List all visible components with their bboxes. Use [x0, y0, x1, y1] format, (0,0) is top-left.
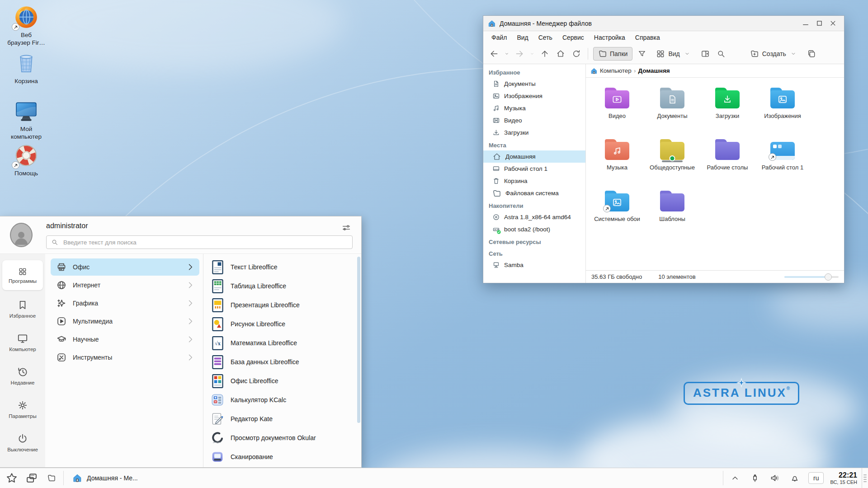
sidebar-item-video[interactable]: Видео [483, 114, 585, 127]
folder-tile[interactable]: Рабочий стол 1 [755, 136, 810, 187]
breadcrumb-current[interactable]: Домашняя [638, 67, 670, 74]
category-item-globe[interactable]: Интернет [51, 277, 199, 294]
close-button[interactable] [826, 18, 840, 29]
sidebar-item-folder[interactable]: Файловая система [483, 187, 585, 199]
menu-сервис[interactable]: Сервис [558, 33, 589, 42]
folder-icon [492, 189, 501, 198]
rail-item-bookmark[interactable]: Избранное [2, 294, 43, 324]
app-item-okular[interactable]: Просмотр документов Okular [211, 428, 355, 447]
app-item-kate[interactable]: Редактор Kate [211, 409, 355, 428]
app-item-lo-math[interactable]: √xМатематика Libreoffice [211, 333, 355, 352]
split-view-button[interactable] [699, 47, 712, 60]
keyboard-layout[interactable]: ru [808, 472, 824, 484]
refresh-button[interactable] [570, 47, 583, 60]
titlebar[interactable]: Домашняя - Менеджер файлов [483, 16, 844, 31]
clone-window-button[interactable] [805, 47, 818, 60]
search-button[interactable] [715, 47, 727, 60]
sidebar-item-trash[interactable]: Корзина [483, 175, 585, 187]
folders-panel-toggle[interactable]: Папки [593, 47, 632, 61]
zoom-slider-knob[interactable] [825, 273, 832, 281]
app-item-lo-calc[interactable]: Таблица Libreoffice [211, 277, 355, 296]
tray-expander-icon[interactable] [725, 469, 745, 487]
folder-tile[interactable]: Загрузки [700, 84, 755, 136]
category-item-printer[interactable]: Офис [51, 258, 199, 276]
view-mode-button[interactable]: Вид [651, 47, 695, 60]
app-item-kcalc[interactable]: Калькулятор KCalc [211, 390, 355, 409]
sidebar-item-download[interactable]: Загрузки [483, 127, 585, 139]
volume-tray-icon[interactable] [765, 469, 785, 487]
category-item-playsq[interactable]: Мультимедиа [51, 313, 199, 330]
desktop-icon-help[interactable]: Помощь [5, 143, 48, 178]
menu-настройка[interactable]: Настройка [590, 33, 630, 42]
folder-tile[interactable]: Рабочие столы [700, 136, 755, 187]
folder-tile[interactable]: Музыка [590, 136, 645, 187]
breadcrumb-root[interactable]: Компьютер [600, 67, 632, 74]
rail-item-gear[interactable]: Параметры [2, 394, 43, 424]
breadcrumb[interactable]: Компьютер › Домашняя [586, 64, 844, 78]
folder-tile[interactable]: Системные обои [590, 187, 645, 239]
menu-справка[interactable]: Справка [631, 33, 665, 42]
folder-tile[interactable]: Изображения [755, 84, 810, 136]
forward-history-dropdown[interactable] [530, 49, 534, 58]
desktop-icon-firefox[interactable]: Веббраузер Fir… [5, 5, 48, 47]
user-avatar[interactable] [10, 223, 33, 247]
menu-вид[interactable]: Вид [512, 33, 533, 42]
forward-button[interactable] [513, 47, 526, 60]
rail-item-power[interactable]: Выключение [2, 427, 43, 457]
search-box[interactable] [46, 235, 353, 249]
sidebar-item-disc[interactable]: Astra 1.8_x86-64 amd64 [483, 211, 585, 223]
desktop-icon-trashbin[interactable]: Корзина [5, 51, 48, 85]
maximize-button[interactable] [812, 18, 826, 29]
menu-сеть[interactable]: Сеть [534, 33, 557, 42]
back-history-dropdown[interactable] [505, 49, 509, 58]
app-item-lo-base[interactable]: База данных Libreoffice [211, 352, 355, 371]
folder-tile[interactable]: Видео [590, 84, 645, 136]
window-list-button[interactable] [22, 469, 42, 487]
sidebar-item-music[interactable]: Музыка [483, 102, 585, 114]
app-item-lo-writer[interactable]: Текст Libreoffice [211, 258, 355, 277]
category-item-gradcap[interactable]: Научные [51, 331, 199, 348]
usb-tray-icon[interactable] [745, 469, 765, 487]
search-input[interactable] [62, 239, 349, 246]
sidebar-item-home[interactable]: Домашняя [483, 150, 585, 163]
app-list-scrollbar[interactable] [357, 257, 360, 423]
task-button[interactable]: Домашняя - Ме... [66, 469, 144, 487]
create-button[interactable]: Создать [745, 47, 802, 60]
folder-label: Рабочие столы [707, 164, 748, 171]
app-item-scanner[interactable]: Сканирование [211, 447, 355, 466]
sidebar-item-drive[interactable]: boot sda2 (/boot) [483, 223, 585, 235]
sidebar-item-doc[interactable]: Документы [483, 78, 585, 90]
sidebar-item-screen[interactable]: Рабочий стол 1 [483, 163, 585, 175]
app-item-lo-office[interactable]: Офис Libreoffice [211, 371, 355, 390]
folder-label: Видео [609, 113, 626, 119]
rail-item-monitor[interactable]: Компьютер [2, 327, 43, 357]
rail-item-history[interactable]: Недавние [2, 361, 43, 390]
sidebar-item-image[interactable]: Изображения [483, 90, 585, 102]
minimize-button[interactable] [799, 18, 812, 29]
category-item-sparkle[interactable]: Графика [51, 295, 199, 312]
desktop-icon-mycomputer[interactable]: Мойкомпьютер [5, 99, 48, 141]
zoom-slider[interactable] [784, 273, 839, 281]
show-desktop-button[interactable] [862, 468, 868, 488]
folder-tile[interactable]: Документы [645, 84, 700, 136]
app-item-lo-draw[interactable]: Рисунок Libreoffice [211, 314, 355, 333]
folder-tile[interactable]: Общедоступные [645, 136, 700, 187]
app-item-label: Сканирование [231, 453, 273, 460]
up-button[interactable] [538, 47, 551, 60]
rail-item-grid[interactable]: Программы [2, 260, 43, 290]
category-item-tools[interactable]: Инструменты [51, 349, 199, 366]
sidebar-item-netpc[interactable]: Samba [483, 259, 585, 271]
file-manager-launcher[interactable] [42, 469, 61, 487]
app-menu-button[interactable] [2, 469, 22, 487]
menu-файл[interactable]: Файл [487, 33, 511, 42]
folder-tile[interactable]: Шаблоны [645, 187, 700, 239]
filter-button[interactable] [636, 47, 648, 60]
app-item-lo-impress[interactable]: Презентация Libreoffice [211, 296, 355, 314]
notifications-tray-icon[interactable] [785, 469, 805, 487]
folder-icon [660, 193, 684, 211]
home-button[interactable] [554, 47, 567, 60]
menu-settings-icon[interactable] [341, 223, 351, 233]
down-glyph-icon [715, 90, 740, 108]
clock[interactable]: 22:21 ВС, 15 СЕН [830, 471, 857, 485]
back-button[interactable] [488, 47, 500, 60]
